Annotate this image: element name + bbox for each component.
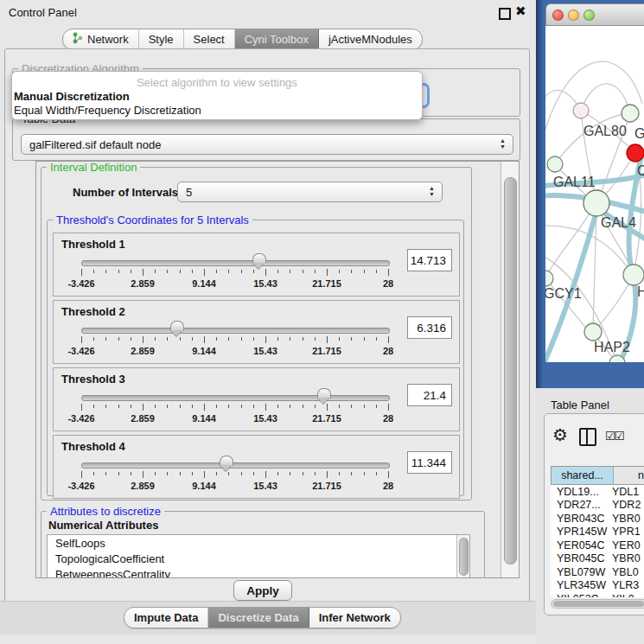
slider-track[interactable] xyxy=(81,328,390,334)
network-node[interactable] xyxy=(623,265,644,285)
list-scrollbar[interactable] xyxy=(456,535,469,578)
tab-discretize-data[interactable]: Discretize Data xyxy=(208,608,309,628)
scrollbar-thumb[interactable] xyxy=(553,601,644,607)
tab-network[interactable]: Network xyxy=(63,29,139,49)
slider-tick xyxy=(180,270,181,273)
attribute-list-item[interactable]: SelfLoops xyxy=(48,535,469,551)
group-title: Threshold's Coordinates for 5 Intervals xyxy=(53,214,252,226)
cell-shared-name[interactable]: YBR043C xyxy=(551,513,612,525)
network-node[interactable] xyxy=(627,144,644,162)
tab-jactivemnodules[interactable]: jActiveMNodules xyxy=(319,29,422,49)
threshold-value-field[interactable]: 14.713 xyxy=(407,249,452,271)
gear-icon[interactable]: ⚙ xyxy=(552,424,568,445)
settings-scrollbar[interactable] xyxy=(501,162,519,577)
table-row[interactable]: YBR043CYBR0 xyxy=(551,512,644,526)
horizontal-scrollbar[interactable] xyxy=(551,599,644,609)
tab-impute-data[interactable]: Impute Data xyxy=(124,608,208,628)
slider-thumb[interactable] xyxy=(317,388,331,399)
slider-tick xyxy=(351,270,352,273)
cell-name[interactable]: YDL1 xyxy=(612,486,644,498)
scrollbar-thumb[interactable] xyxy=(459,538,469,576)
table-row[interactable]: YBR045CYBR0 xyxy=(551,552,644,566)
cell-name[interactable]: YIL0 xyxy=(612,593,644,597)
slider-tick-label: 2.859 xyxy=(131,413,155,424)
zoom-traffic-light-icon[interactable] xyxy=(583,10,595,21)
scrollbar-thumb[interactable] xyxy=(504,177,517,564)
minimize-traffic-light-icon[interactable] xyxy=(568,10,579,21)
numerical-attributes-list[interactable]: SelfLoopsTopologicalCoefficientBetweenne… xyxy=(47,534,470,578)
close-icon[interactable]: ✖ xyxy=(515,3,526,19)
cell-shared-name[interactable]: YDR27... xyxy=(551,499,612,511)
slider-thumb[interactable] xyxy=(252,253,266,264)
column-header-shared-name[interactable]: shared... xyxy=(552,467,614,484)
slider-tick xyxy=(290,270,290,273)
network-node[interactable] xyxy=(545,271,553,286)
slider-tick xyxy=(228,337,229,341)
network-node[interactable] xyxy=(547,156,563,172)
table-row[interactable]: YER054CYER0 xyxy=(551,539,644,552)
slider-track[interactable] xyxy=(81,260,390,266)
network-window-titlebar[interactable] xyxy=(545,3,644,26)
slider-tick xyxy=(105,270,106,273)
tab-select[interactable]: Select xyxy=(184,29,235,49)
cell-shared-name[interactable]: YDL19... xyxy=(551,486,612,498)
tab-style[interactable]: Style xyxy=(139,29,184,49)
cell-name[interactable]: YDR2 xyxy=(612,499,644,511)
network-node[interactable] xyxy=(583,190,609,216)
threshold-value-field[interactable]: 6.316 xyxy=(407,316,452,339)
slider-track[interactable] xyxy=(81,395,390,401)
table-row[interactable]: YLR345WYLR3 xyxy=(551,579,644,593)
split-columns-icon[interactable] xyxy=(579,428,596,446)
popup-item-equal-width-frequency[interactable]: Equal Width/Frequency Discretization xyxy=(12,103,422,117)
cell-shared-name[interactable]: YER054C xyxy=(551,539,612,552)
slider-track[interactable] xyxy=(81,462,390,469)
float-window-icon[interactable] xyxy=(499,8,511,20)
cell-shared-name[interactable]: YPR145W xyxy=(551,526,612,538)
slider-tick xyxy=(155,472,156,475)
slider-tick xyxy=(339,472,340,475)
cell-shared-name[interactable]: YLR345W xyxy=(551,579,612,591)
table-row[interactable]: YBL079WYBL0 xyxy=(551,565,644,579)
network-node[interactable] xyxy=(584,323,602,341)
cell-shared-name[interactable]: YIL052C xyxy=(551,593,612,597)
checkbox-columns-icon[interactable]: ☑☑ xyxy=(605,429,623,443)
table-row[interactable]: YIL052CYIL0 xyxy=(551,592,644,597)
attribute-list-item[interactable]: TopologicalCoefficient xyxy=(48,551,469,566)
cell-name[interactable]: YLR3 xyxy=(612,579,644,591)
cell-name[interactable]: YER0 xyxy=(612,539,644,552)
table-row[interactable]: YDL19...YDL1 xyxy=(551,485,644,499)
cell-name[interactable]: YPR1 xyxy=(612,526,644,538)
cell-name[interactable]: YBR0 xyxy=(612,552,644,564)
network-node[interactable] xyxy=(622,105,639,122)
popup-item-manual-discretization[interactable]: Manual Discretization xyxy=(12,89,422,103)
table-row[interactable]: YDR27...YDR2 xyxy=(551,499,644,513)
apply-button[interactable]: Apply xyxy=(233,580,292,601)
network-node[interactable] xyxy=(573,103,589,118)
cell-shared-name[interactable]: YBR045C xyxy=(551,552,612,564)
close-traffic-light-icon[interactable] xyxy=(552,10,564,21)
network-canvas[interactable]: GAL80GGAL11CGAL4GCY1HHAP2 xyxy=(545,26,644,362)
table-row[interactable]: YPR145WYPR1 xyxy=(551,526,644,539)
slider-tick xyxy=(253,472,254,475)
slider-tick-label: 21.715 xyxy=(312,346,341,356)
cell-shared-name[interactable]: YBL079W xyxy=(551,566,612,578)
tab-cyni-toolbox[interactable]: Cyni Toolbox xyxy=(235,29,319,49)
slider-thumb[interactable] xyxy=(220,456,233,466)
panel-title: Control Panel xyxy=(9,6,77,19)
slider-tick-labels: -3.4262.8599.14415.4321.71528 xyxy=(81,346,388,356)
tab-infer-network[interactable]: Infer Network xyxy=(309,608,400,628)
cell-name[interactable]: YBL0 xyxy=(612,566,644,578)
combo-value: 5 xyxy=(186,186,192,199)
attribute-list-item[interactable]: BetweennessCentrality xyxy=(48,566,469,578)
slider-tick xyxy=(105,337,106,341)
threshold-value-field[interactable]: 11.344 xyxy=(407,451,452,474)
slider-tick xyxy=(93,337,94,341)
threshold-label: Threshold 4 xyxy=(61,440,125,453)
threshold-value-field[interactable]: 21.4 xyxy=(407,384,452,406)
tab-label: Discretize Data xyxy=(218,611,298,624)
table-data-combo[interactable]: galFiltered.sif default node ▲▼ xyxy=(21,134,513,155)
column-header-name[interactable]: na xyxy=(614,467,644,484)
slider-thumb[interactable] xyxy=(170,321,184,331)
cell-name[interactable]: YBR0 xyxy=(612,513,644,525)
number-of-intervals-combo[interactable]: 5 ▲▼ xyxy=(177,182,443,202)
